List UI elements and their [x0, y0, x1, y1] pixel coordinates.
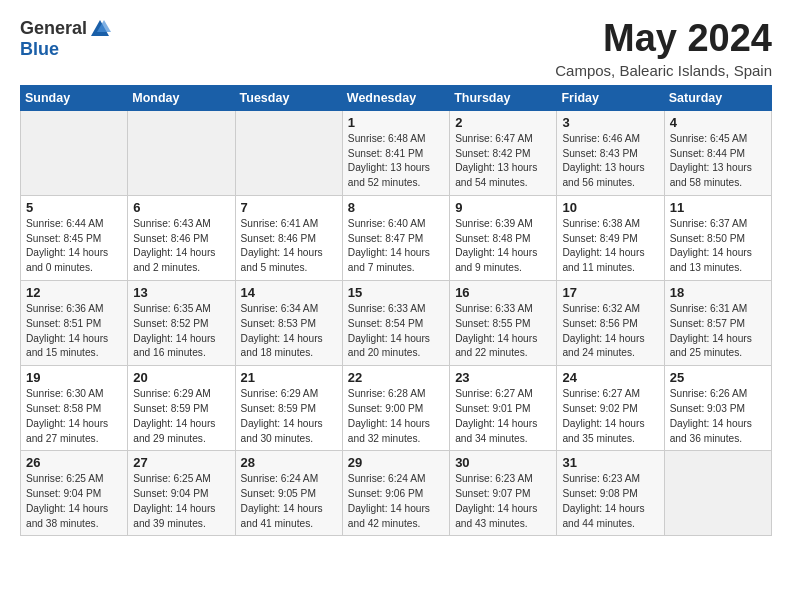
day-info: Sunrise: 6:46 AMSunset: 8:43 PMDaylight:…	[562, 132, 658, 191]
calendar-week-row: 1Sunrise: 6:48 AMSunset: 8:41 PMDaylight…	[21, 110, 772, 195]
logo-icon	[89, 18, 111, 40]
day-number: 26	[26, 455, 122, 470]
weekday-header-monday: Monday	[128, 85, 235, 110]
calendar-day-cell: 15Sunrise: 6:33 AMSunset: 8:54 PMDayligh…	[342, 281, 449, 366]
day-number: 3	[562, 115, 658, 130]
day-info: Sunrise: 6:23 AMSunset: 9:07 PMDaylight:…	[455, 472, 551, 531]
day-number: 18	[670, 285, 766, 300]
day-number: 11	[670, 200, 766, 215]
calendar-day-cell: 5Sunrise: 6:44 AMSunset: 8:45 PMDaylight…	[21, 195, 128, 280]
day-number: 9	[455, 200, 551, 215]
weekday-header-tuesday: Tuesday	[235, 85, 342, 110]
day-number: 13	[133, 285, 229, 300]
calendar-day-cell: 9Sunrise: 6:39 AMSunset: 8:48 PMDaylight…	[450, 195, 557, 280]
calendar-day-cell	[664, 451, 771, 536]
calendar-table: SundayMondayTuesdayWednesdayThursdayFrid…	[20, 85, 772, 537]
day-info: Sunrise: 6:34 AMSunset: 8:53 PMDaylight:…	[241, 302, 337, 361]
calendar-week-row: 12Sunrise: 6:36 AMSunset: 8:51 PMDayligh…	[21, 281, 772, 366]
day-number: 2	[455, 115, 551, 130]
day-info: Sunrise: 6:23 AMSunset: 9:08 PMDaylight:…	[562, 472, 658, 531]
calendar-day-cell: 24Sunrise: 6:27 AMSunset: 9:02 PMDayligh…	[557, 366, 664, 451]
calendar-day-cell: 26Sunrise: 6:25 AMSunset: 9:04 PMDayligh…	[21, 451, 128, 536]
calendar-day-cell: 18Sunrise: 6:31 AMSunset: 8:57 PMDayligh…	[664, 281, 771, 366]
day-number: 6	[133, 200, 229, 215]
day-info: Sunrise: 6:29 AMSunset: 8:59 PMDaylight:…	[241, 387, 337, 446]
calendar-day-cell: 21Sunrise: 6:29 AMSunset: 8:59 PMDayligh…	[235, 366, 342, 451]
weekday-header-wednesday: Wednesday	[342, 85, 449, 110]
calendar-day-cell: 31Sunrise: 6:23 AMSunset: 9:08 PMDayligh…	[557, 451, 664, 536]
day-number: 25	[670, 370, 766, 385]
day-number: 12	[26, 285, 122, 300]
day-info: Sunrise: 6:43 AMSunset: 8:46 PMDaylight:…	[133, 217, 229, 276]
calendar-title: May 2024	[555, 18, 772, 60]
day-info: Sunrise: 6:36 AMSunset: 8:51 PMDaylight:…	[26, 302, 122, 361]
calendar-day-cell	[235, 110, 342, 195]
calendar-day-cell: 1Sunrise: 6:48 AMSunset: 8:41 PMDaylight…	[342, 110, 449, 195]
day-info: Sunrise: 6:40 AMSunset: 8:47 PMDaylight:…	[348, 217, 444, 276]
day-number: 16	[455, 285, 551, 300]
calendar-day-cell: 20Sunrise: 6:29 AMSunset: 8:59 PMDayligh…	[128, 366, 235, 451]
day-number: 28	[241, 455, 337, 470]
day-info: Sunrise: 6:44 AMSunset: 8:45 PMDaylight:…	[26, 217, 122, 276]
day-number: 31	[562, 455, 658, 470]
day-number: 8	[348, 200, 444, 215]
calendar-day-cell: 27Sunrise: 6:25 AMSunset: 9:04 PMDayligh…	[128, 451, 235, 536]
weekday-header-row: SundayMondayTuesdayWednesdayThursdayFrid…	[21, 85, 772, 110]
day-info: Sunrise: 6:33 AMSunset: 8:55 PMDaylight:…	[455, 302, 551, 361]
day-number: 24	[562, 370, 658, 385]
day-number: 22	[348, 370, 444, 385]
page: General Blue May 2024 Campos, Balearic I…	[0, 0, 792, 554]
weekday-header-sunday: Sunday	[21, 85, 128, 110]
day-number: 15	[348, 285, 444, 300]
day-info: Sunrise: 6:35 AMSunset: 8:52 PMDaylight:…	[133, 302, 229, 361]
day-number: 19	[26, 370, 122, 385]
day-info: Sunrise: 6:47 AMSunset: 8:42 PMDaylight:…	[455, 132, 551, 191]
calendar-week-row: 26Sunrise: 6:25 AMSunset: 9:04 PMDayligh…	[21, 451, 772, 536]
calendar-day-cell: 3Sunrise: 6:46 AMSunset: 8:43 PMDaylight…	[557, 110, 664, 195]
day-info: Sunrise: 6:41 AMSunset: 8:46 PMDaylight:…	[241, 217, 337, 276]
day-number: 4	[670, 115, 766, 130]
calendar-day-cell: 11Sunrise: 6:37 AMSunset: 8:50 PMDayligh…	[664, 195, 771, 280]
day-number: 5	[26, 200, 122, 215]
calendar-day-cell: 14Sunrise: 6:34 AMSunset: 8:53 PMDayligh…	[235, 281, 342, 366]
calendar-day-cell: 8Sunrise: 6:40 AMSunset: 8:47 PMDaylight…	[342, 195, 449, 280]
day-info: Sunrise: 6:30 AMSunset: 8:58 PMDaylight:…	[26, 387, 122, 446]
calendar-week-row: 5Sunrise: 6:44 AMSunset: 8:45 PMDaylight…	[21, 195, 772, 280]
day-info: Sunrise: 6:27 AMSunset: 9:01 PMDaylight:…	[455, 387, 551, 446]
calendar-day-cell: 22Sunrise: 6:28 AMSunset: 9:00 PMDayligh…	[342, 366, 449, 451]
day-number: 27	[133, 455, 229, 470]
day-info: Sunrise: 6:32 AMSunset: 8:56 PMDaylight:…	[562, 302, 658, 361]
calendar-day-cell	[128, 110, 235, 195]
day-info: Sunrise: 6:28 AMSunset: 9:00 PMDaylight:…	[348, 387, 444, 446]
day-number: 29	[348, 455, 444, 470]
calendar-day-cell: 12Sunrise: 6:36 AMSunset: 8:51 PMDayligh…	[21, 281, 128, 366]
weekday-header-saturday: Saturday	[664, 85, 771, 110]
header: General Blue May 2024 Campos, Balearic I…	[20, 18, 772, 79]
day-info: Sunrise: 6:31 AMSunset: 8:57 PMDaylight:…	[670, 302, 766, 361]
calendar-day-cell: 16Sunrise: 6:33 AMSunset: 8:55 PMDayligh…	[450, 281, 557, 366]
calendar-day-cell: 30Sunrise: 6:23 AMSunset: 9:07 PMDayligh…	[450, 451, 557, 536]
calendar-day-cell: 29Sunrise: 6:24 AMSunset: 9:06 PMDayligh…	[342, 451, 449, 536]
calendar-week-row: 19Sunrise: 6:30 AMSunset: 8:58 PMDayligh…	[21, 366, 772, 451]
day-info: Sunrise: 6:39 AMSunset: 8:48 PMDaylight:…	[455, 217, 551, 276]
calendar-day-cell: 4Sunrise: 6:45 AMSunset: 8:44 PMDaylight…	[664, 110, 771, 195]
day-number: 30	[455, 455, 551, 470]
day-info: Sunrise: 6:38 AMSunset: 8:49 PMDaylight:…	[562, 217, 658, 276]
calendar-day-cell: 25Sunrise: 6:26 AMSunset: 9:03 PMDayligh…	[664, 366, 771, 451]
logo-general: General	[20, 19, 87, 39]
calendar-day-cell: 6Sunrise: 6:43 AMSunset: 8:46 PMDaylight…	[128, 195, 235, 280]
day-info: Sunrise: 6:24 AMSunset: 9:06 PMDaylight:…	[348, 472, 444, 531]
calendar-day-cell: 28Sunrise: 6:24 AMSunset: 9:05 PMDayligh…	[235, 451, 342, 536]
day-number: 23	[455, 370, 551, 385]
calendar-day-cell: 10Sunrise: 6:38 AMSunset: 8:49 PMDayligh…	[557, 195, 664, 280]
day-info: Sunrise: 6:27 AMSunset: 9:02 PMDaylight:…	[562, 387, 658, 446]
day-info: Sunrise: 6:24 AMSunset: 9:05 PMDaylight:…	[241, 472, 337, 531]
day-info: Sunrise: 6:29 AMSunset: 8:59 PMDaylight:…	[133, 387, 229, 446]
calendar-day-cell: 7Sunrise: 6:41 AMSunset: 8:46 PMDaylight…	[235, 195, 342, 280]
day-info: Sunrise: 6:25 AMSunset: 9:04 PMDaylight:…	[133, 472, 229, 531]
day-info: Sunrise: 6:37 AMSunset: 8:50 PMDaylight:…	[670, 217, 766, 276]
logo-blue: Blue	[20, 40, 59, 60]
day-info: Sunrise: 6:33 AMSunset: 8:54 PMDaylight:…	[348, 302, 444, 361]
calendar-day-cell: 17Sunrise: 6:32 AMSunset: 8:56 PMDayligh…	[557, 281, 664, 366]
calendar-day-cell: 2Sunrise: 6:47 AMSunset: 8:42 PMDaylight…	[450, 110, 557, 195]
